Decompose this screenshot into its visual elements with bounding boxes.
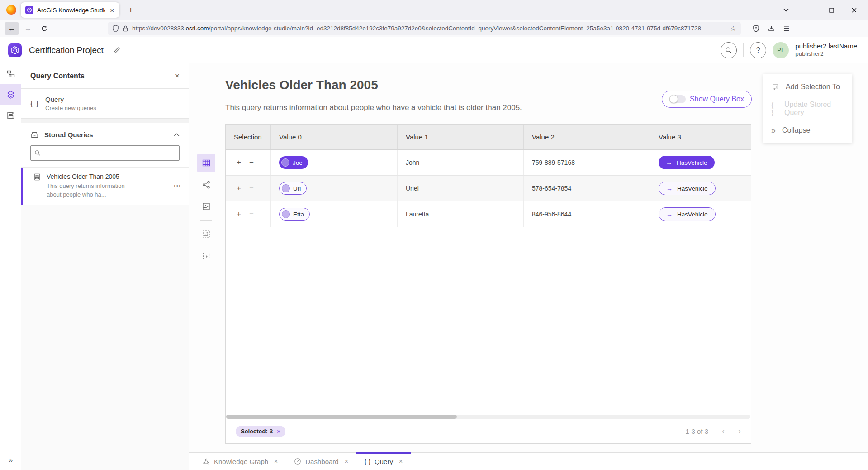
dashboard-gauge-icon xyxy=(294,458,301,465)
table-header-row: Selection Value 0 Value 1 Value 2 Value … xyxy=(226,125,751,150)
table-footer: Selected: 3 × 1-3 of 3 ‹ › xyxy=(226,419,751,443)
user-info[interactable]: publisher2 lastName publisher2 xyxy=(795,42,857,58)
table-view-icon[interactable] xyxy=(197,154,215,172)
forward-button[interactable]: → xyxy=(21,22,35,35)
left-rail: » xyxy=(0,63,21,470)
edit-project-title-icon[interactable] xyxy=(113,46,121,54)
stored-queries-list-background xyxy=(21,205,189,470)
relation-arrow-icon: → xyxy=(666,211,673,218)
scrollbar-thumb[interactable] xyxy=(226,415,457,419)
search-button[interactable] xyxy=(721,42,737,58)
tab-dashboard[interactable]: Dashboard × xyxy=(286,453,356,470)
add-to-map-icon[interactable] xyxy=(197,225,215,243)
relation-pill[interactable]: →HasVehicle xyxy=(659,156,715,169)
chevron-up-icon[interactable] xyxy=(174,133,180,137)
menu-item-update-stored-query[interactable]: { } Update Stored Query xyxy=(763,99,852,119)
stored-query-options-icon[interactable]: ••• xyxy=(174,183,181,188)
stored-query-item[interactable]: Vehicles Older Than 2005 This query retu… xyxy=(21,167,189,205)
url-text[interactable]: https://dev0028833.esri.com/portal/apps/… xyxy=(132,25,727,32)
toggle-switch[interactable] xyxy=(669,95,686,103)
column-header-value0[interactable]: Value 0 xyxy=(271,125,398,149)
search-icon xyxy=(34,150,41,156)
add-to-selection-icon[interactable]: + xyxy=(237,184,241,193)
new-query-item[interactable]: { } Query Create new queries xyxy=(21,89,189,119)
tab-list-button[interactable] xyxy=(779,3,793,17)
tab-close-icon[interactable]: × xyxy=(109,6,115,14)
browser-window: ArcGIS Knowledge Studio × + ← → xyxy=(0,0,868,470)
privacy-shield-icon[interactable] xyxy=(749,22,763,35)
column-header-value3[interactable]: Value 3 xyxy=(650,125,751,149)
menu-item-collapse[interactable]: » Collapse xyxy=(763,120,852,140)
window-minimize-button[interactable] xyxy=(802,3,816,17)
tab-query[interactable]: { } Query × xyxy=(356,453,411,470)
selection-tool-icon[interactable] xyxy=(197,247,215,265)
table-row: + − Uri Uriel 578-654-7854 →HasVehicle xyxy=(226,176,751,201)
show-query-box-toggle[interactable]: Show Query Box xyxy=(662,91,752,108)
data-model-icon[interactable] xyxy=(0,63,21,84)
column-header-selection[interactable]: Selection xyxy=(226,125,271,149)
relation-pill[interactable]: →HasVehicle xyxy=(659,207,716,221)
browser-tab-active[interactable]: ArcGIS Knowledge Studio × xyxy=(21,2,119,18)
value-cell: John xyxy=(398,150,524,175)
tab-label: Dashboard xyxy=(305,458,338,465)
menu-item-add-selection-to[interactable]: Add Selection To xyxy=(763,77,852,97)
add-selection-icon xyxy=(771,83,779,91)
window-maximize-button[interactable] xyxy=(825,3,838,17)
entity-pill[interactable]: Etta xyxy=(279,208,310,221)
map-view-icon[interactable] xyxy=(197,197,215,216)
view-switcher-rail xyxy=(197,154,215,269)
new-tab-button[interactable]: + xyxy=(124,3,138,17)
remove-from-selection-icon[interactable]: − xyxy=(249,184,254,193)
contents-layers-icon[interactable] xyxy=(0,84,21,105)
column-header-value1[interactable]: Value 1 xyxy=(398,125,524,149)
entity-pill[interactable]: Uri xyxy=(279,182,307,195)
tracking-protection-shield-icon[interactable] xyxy=(112,25,119,32)
avatar[interactable]: PL xyxy=(773,42,789,58)
entity-cell: Uri xyxy=(271,176,398,201)
back-button[interactable]: ← xyxy=(5,22,19,35)
relation-arrow-icon: → xyxy=(666,159,672,166)
previous-page-icon[interactable]: ‹ xyxy=(722,427,725,436)
panel-close-icon[interactable]: × xyxy=(175,72,180,81)
entity-pill[interactable]: Joe xyxy=(279,156,308,169)
value-cell: 846-956-8644 xyxy=(524,201,650,227)
tab-close-icon[interactable]: × xyxy=(274,458,278,465)
selected-count-chip[interactable]: Selected: 3 × xyxy=(236,426,285,437)
column-header-value2[interactable]: Value 2 xyxy=(524,125,650,149)
app-menu-icon[interactable]: ☰ xyxy=(780,22,793,35)
tab-close-icon[interactable]: × xyxy=(345,458,348,465)
tab-close-icon[interactable]: × xyxy=(399,458,403,465)
remove-from-selection-icon[interactable]: − xyxy=(249,158,254,167)
search-input[interactable] xyxy=(43,149,175,157)
firefox-icon[interactable] xyxy=(6,5,16,15)
url-bar[interactable]: https://dev0028833.esri.com/portal/apps/… xyxy=(108,22,741,35)
connection-lock-icon[interactable] xyxy=(123,25,128,32)
window-close-button[interactable] xyxy=(847,3,861,17)
tab-knowledge-graph[interactable]: Knowledge Graph × xyxy=(194,453,286,470)
tool-rail-divider xyxy=(200,220,212,221)
stored-queries-header[interactable]: Stored Queries xyxy=(21,123,189,144)
value-cell: 578-654-7854 xyxy=(524,176,650,201)
horizontal-scrollbar[interactable] xyxy=(226,415,750,419)
add-to-selection-icon[interactable]: + xyxy=(237,210,241,219)
next-page-icon[interactable]: › xyxy=(738,427,741,436)
reload-button[interactable] xyxy=(37,22,52,35)
save-icon[interactable] xyxy=(0,105,21,126)
browser-tab-bar: ArcGIS Knowledge Studio × + xyxy=(0,0,868,20)
collapse-icon: » xyxy=(771,126,776,135)
stored-queries-search[interactable] xyxy=(30,145,180,161)
save-to-library-icon[interactable] xyxy=(764,22,778,35)
value-cell: 759-889-57168 xyxy=(524,150,650,175)
remove-from-selection-icon[interactable]: − xyxy=(249,210,254,219)
tab-label: Query xyxy=(375,458,393,465)
panel-section-gap xyxy=(21,119,189,123)
user-name: publisher2 lastName xyxy=(795,42,857,51)
add-to-selection-icon[interactable]: + xyxy=(237,158,241,167)
help-button[interactable]: ? xyxy=(750,42,766,58)
selection-cell: + − xyxy=(226,150,271,175)
bookmark-star-icon[interactable]: ☆ xyxy=(730,24,736,33)
link-chart-view-icon[interactable] xyxy=(197,176,215,194)
expand-rail-icon[interactable]: » xyxy=(0,454,21,467)
relation-pill[interactable]: →HasVehicle xyxy=(659,182,716,195)
clear-selection-icon[interactable]: × xyxy=(277,428,280,435)
